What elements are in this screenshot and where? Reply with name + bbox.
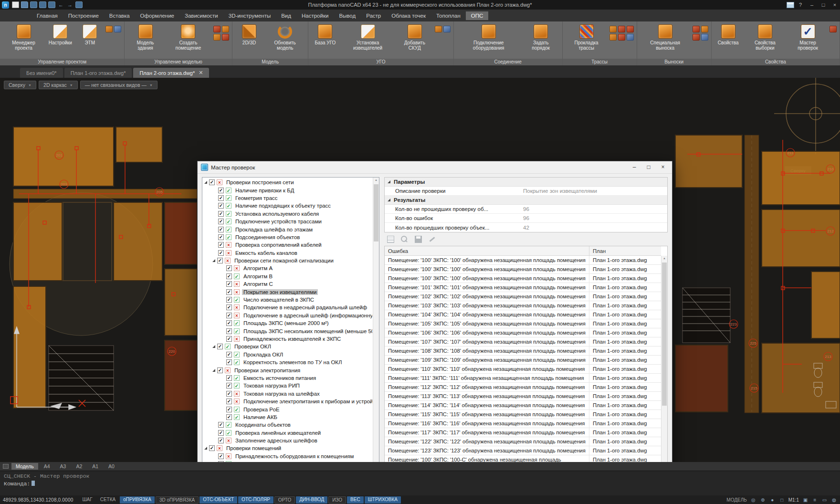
small-tool-icon[interactable] [213,26,220,32]
tree-item-24[interactable]: ✓✓Корректность элементов по ТУ на ОКЛ [202,358,372,366]
open-icon[interactable] [21,1,28,8]
table-row[interactable]: Помещение: '100' ЗКПС: '100-С' обнаружен… [385,455,661,462]
table-row[interactable]: Помещение: '123' ЗКПС: '123' обнаружена … [385,446,661,455]
table-row[interactable]: Помещение: '100' ЗКПС: '100' обнаружена … [385,256,661,265]
small-tool-icon[interactable] [627,34,634,41]
table-row[interactable]: Помещение: '106' ЗКПС: '106' обнаружена … [385,328,661,337]
check-enabled-checkbox[interactable]: ✓ [218,211,224,217]
status-toggle-3[interactable]: оПРИВЯЗКА [120,496,155,504]
expand-icon[interactable] [212,369,215,372]
ribbon-button-4-3[interactable]: Добавить СКУД [397,23,433,51]
small-tool-icon[interactable] [618,34,625,41]
small-tool-icon[interactable] [609,34,617,41]
dialog-maximize-button[interactable]: □ [641,163,656,172]
menu-item-5[interactable]: Зависимости [179,11,223,20]
check-enabled-checkbox[interactable]: ✓ [226,414,232,420]
tree-vertical-scrollbar[interactable]: ▲▼ [373,178,379,462]
check-enabled-checkbox[interactable]: ✓ [226,289,232,295]
menu-item-1[interactable]: Главная [32,11,63,20]
search-icon[interactable] [401,236,408,243]
menu-item-12[interactable]: Топоплан [431,11,466,20]
check-enabled-checkbox[interactable]: ✓ [218,453,224,459]
status-toggle-9[interactable]: ИЗО [328,496,346,504]
check-enabled-checkbox[interactable]: ✓ [218,430,224,436]
small-tool-icon[interactable] [443,26,451,32]
check-enabled-checkbox[interactable]: ✓ [226,273,232,279]
check-enabled-checkbox[interactable]: ✓ [226,304,232,310]
check-enabled-checkbox[interactable]: ✓ [218,461,224,462]
tree-item-34[interactable]: ✓×Заполнение адресных шлейфов [202,437,372,444]
dialog-close-button[interactable]: × [656,163,670,172]
tree-item-7[interactable]: ✓✓Прокладка шлейфа по этажам [202,225,372,233]
ribbon-button-2-1[interactable]: Модель здания [127,23,163,51]
tree-item-22[interactable]: ✓✓Проверки ОКЛ [202,343,372,350]
check-enabled-checkbox[interactable]: ✓ [226,297,232,303]
table-row[interactable]: Помещение: '114' ЗКПС: '114' обнаружена … [385,401,661,410]
table-row[interactable]: Помещение: '115' ЗКПС: '115' обнаружена … [385,410,661,419]
tree-item-35[interactable]: ✓×Проверки помещений [202,444,372,452]
close-tab-icon[interactable]: ✕ [199,70,203,76]
license-icon[interactable] [787,2,794,8]
status-toggle-8[interactable]: ДИН-ВВОД [296,496,327,504]
sheet-tab-1[interactable]: Модель [11,463,38,470]
ribbon-button-8-2[interactable]: Свойства выборки [744,23,786,51]
menu-item-6[interactable]: 3D-инструменты [223,11,276,20]
menu-item-11[interactable]: Облака точек [386,11,431,20]
small-tool-icon[interactable] [222,26,229,32]
table-row[interactable]: Помещение: '103' ЗКПС: '103' обнаружена … [385,301,661,310]
small-tool-icon[interactable] [609,26,617,32]
small-tool-icon[interactable] [701,34,708,41]
check-enabled-checkbox[interactable]: ✓ [226,391,232,397]
tree-item-33[interactable]: ✓✓Проверка линейных извещателей [202,429,372,437]
command-line[interactable]: СЦ_CHECK - Мастер проверок Команда: [0,471,840,495]
check-enabled-checkbox[interactable]: ✓ [209,179,215,185]
tree-item-26[interactable]: ✓✓Емкость источников питания [202,374,372,382]
check-enabled-checkbox[interactable]: ✓ [226,328,232,334]
tree-item-32[interactable]: ✓✓Координаты объектов [202,421,372,429]
scale-indicator[interactable]: М1:1 [788,497,799,503]
small-tool-icon[interactable] [114,26,121,32]
ribbon-button-6-1[interactable]: Прокладка трассы [566,23,608,51]
check-enabled-checkbox[interactable]: ✓ [218,234,224,240]
params-section-header[interactable]: Параметры [385,178,667,187]
small-tool-icon[interactable] [213,34,220,41]
status-toggle-7[interactable]: ОРТО [274,496,295,504]
table-row[interactable]: Помещение: '104' ЗКПС: '104' обнаружена … [385,310,661,319]
tree-item-2[interactable]: ✓✓Наличие привязки к БД [202,186,372,194]
monitor-icon[interactable] [75,1,83,8]
check-enabled-checkbox[interactable]: ✓ [226,336,232,342]
lock-icon[interactable]: ▣ [802,497,808,503]
ribbon-button-8-3[interactable]: ✓Мастер проверок [788,23,828,51]
check-enabled-checkbox[interactable]: ✓ [226,399,232,404]
table-row[interactable]: Помещение: '101' ЗКПС: '101' обнаружена … [385,283,661,292]
check-enabled-checkbox[interactable]: ✓ [218,203,224,209]
tree-item-29[interactable]: ✓×Подключение электропитания к приборам … [202,398,372,405]
small-tool-icon[interactable] [105,26,113,32]
check-enabled-checkbox[interactable]: ✓ [218,195,224,201]
check-enabled-checkbox[interactable]: ✓ [226,281,232,287]
tree-item-8[interactable]: ✓✓Подсоединения объектов [202,233,372,241]
monitor-icon[interactable]: ▭ [821,497,828,503]
viewport-control-1[interactable]: Сверху▼ [4,81,36,89]
tree-item-18[interactable]: ✓×Подключение в адресный шлейф (информац… [202,312,372,319]
model-space-icon[interactable]: ◎ [750,497,756,503]
expand-icon[interactable] [212,259,215,262]
tree-item-1[interactable]: ✓×Проверки построения сети [202,178,372,186]
menu-item-3[interactable]: Вставка [104,11,135,20]
table-vertical-scrollbar[interactable]: ▲▼ [661,256,667,462]
viewport-control-3[interactable]: — нет связанных видов —▼ [80,81,158,89]
tree-item-19[interactable]: ✓✓Площадь ЗКПС (меньше 2000 м²) [202,319,372,327]
check-enabled-checkbox[interactable]: ✓ [217,258,223,263]
check-enabled-checkbox[interactable]: ✓ [218,219,224,224]
ribbon-button-3-1[interactable]: 2D/3D [235,23,263,46]
layers-icon[interactable]: ≡ [812,497,818,503]
sheet-tab-3[interactable]: А3 [56,463,71,470]
check-enabled-checkbox[interactable]: ✓ [218,242,224,248]
column-error[interactable]: Ошибка [385,246,589,255]
document-tab-2[interactable]: План 1-ого этажа.dwg* [64,68,132,78]
check-enabled-checkbox[interactable]: ✓ [226,407,232,412]
tree-item-4[interactable]: ✓✓Наличие подходящих к объекту трасс [202,202,372,210]
ribbon-button-4-1[interactable]: База УГО [311,23,339,46]
tree-item-30[interactable]: ✓✓Проверка PoE [202,405,372,413]
ribbon-button-1-3[interactable]: ЭТМ [76,23,104,46]
